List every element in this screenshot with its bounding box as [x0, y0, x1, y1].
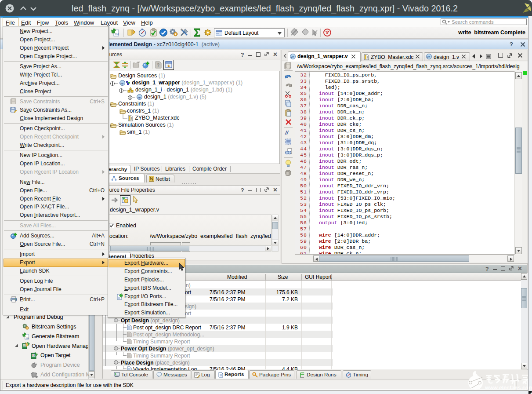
svg-text:?: ?	[157, 63, 159, 68]
svg-text:101: 101	[25, 337, 29, 339]
svg-text:ve: ve	[291, 55, 294, 58]
svg-text:101: 101	[115, 33, 119, 36]
svg-text:ve: ve	[120, 82, 124, 85]
svg-text:www.elecfans.com: www.elecfans.com	[485, 385, 532, 391]
svg-text:ve: ve	[427, 55, 431, 58]
svg-text:ve: ve	[138, 96, 141, 99]
